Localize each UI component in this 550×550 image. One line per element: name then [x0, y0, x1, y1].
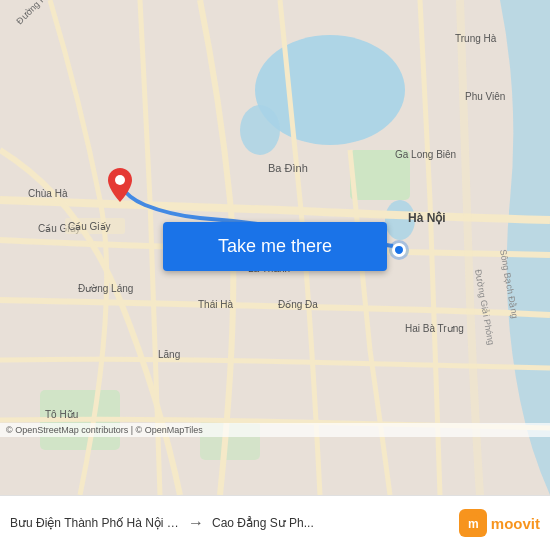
svg-text:Chùa Hà: Chùa Hà — [28, 188, 68, 199]
arrow-icon: → — [188, 514, 204, 532]
map-attribution: © OpenStreetMap contributors | © OpenMap… — [0, 423, 550, 437]
svg-text:Phu Viên: Phu Viên — [465, 91, 505, 102]
svg-text:Ba Đình: Ba Đình — [268, 162, 308, 174]
svg-text:Đường Láng: Đường Láng — [78, 283, 133, 294]
svg-text:Ga Long Biên: Ga Long Biên — [395, 149, 456, 160]
svg-text:Cầu Giấy: Cầu Giấy — [68, 221, 111, 232]
moovit-logo: m moovit — [459, 509, 540, 537]
current-location-dot — [392, 243, 406, 257]
from-location-label: Bưu Điện Thành Phố Hà Nội - 75... — [10, 516, 180, 530]
destination-pin — [108, 168, 132, 198]
moovit-logo-icon: m — [459, 509, 487, 537]
svg-point-2 — [240, 105, 280, 155]
svg-text:Tô Hữu: Tô Hữu — [45, 409, 78, 420]
svg-text:Hà Nội: Hà Nội — [408, 211, 446, 225]
map-container[interactable]: Sông Bạch Đằng Đường Giải Phóng Trung Hà… — [0, 0, 550, 495]
bottom-navigation-bar: Bưu Điện Thành Phố Hà Nội - 75... → Cao … — [0, 495, 550, 550]
moovit-brand-name: moovit — [491, 515, 540, 532]
svg-text:Lăng: Lăng — [158, 349, 180, 360]
to-location-label: Cao Đẳng Sư Ph... — [212, 516, 314, 530]
svg-point-27 — [115, 175, 125, 185]
svg-text:m: m — [468, 517, 479, 531]
svg-text:Đống Đa: Đống Đa — [278, 299, 318, 310]
svg-text:Hai Bà Trưng: Hai Bà Trưng — [405, 323, 464, 334]
svg-text:Trung Hà: Trung Hà — [455, 33, 497, 44]
svg-text:Thái Hà: Thái Hà — [198, 299, 233, 310]
take-me-there-button[interactable]: Take me there — [163, 222, 387, 271]
